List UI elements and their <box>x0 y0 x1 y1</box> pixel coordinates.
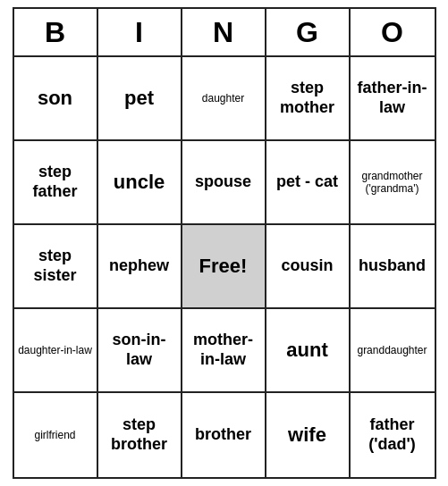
header-letter: N <box>182 9 266 55</box>
bingo-cell: father-in-law <box>351 57 435 141</box>
bingo-cell: uncle <box>98 141 182 225</box>
bingo-cell: husband <box>351 225 435 309</box>
bingo-cell: step brother <box>98 393 182 477</box>
bingo-cell: girlfriend <box>14 393 98 477</box>
bingo-cell: son-in-law <box>98 309 182 393</box>
header-letter: B <box>14 9 98 55</box>
bingo-cell: mother-in-law <box>182 309 266 393</box>
bingo-cell: Free! <box>182 225 266 309</box>
bingo-cell: father ('dad') <box>351 393 435 477</box>
bingo-cell: aunt <box>266 309 351 393</box>
bingo-cell: granddaughter <box>351 309 435 393</box>
bingo-cell: step mother <box>266 57 351 141</box>
bingo-header: BINGO <box>14 9 435 57</box>
bingo-cell: brother <box>182 393 266 477</box>
bingo-cell: pet - cat <box>266 141 351 225</box>
bingo-grid: sonpetdaughterstep motherfather-in-lawst… <box>14 57 435 477</box>
bingo-card: BINGO sonpetdaughterstep motherfather-in… <box>13 7 436 479</box>
bingo-cell: step sister <box>14 225 98 309</box>
header-letter: O <box>351 9 435 55</box>
bingo-cell: spouse <box>182 141 266 225</box>
header-letter: I <box>98 9 182 55</box>
bingo-cell: wife <box>266 393 351 477</box>
bingo-cell: cousin <box>266 225 351 309</box>
bingo-cell: son <box>14 57 98 141</box>
bingo-cell: grandmother ('grandma') <box>351 141 435 225</box>
bingo-cell: nephew <box>98 225 182 309</box>
bingo-cell: pet <box>98 57 182 141</box>
bingo-cell: daughter-in-law <box>14 309 98 393</box>
bingo-cell: step father <box>14 141 98 225</box>
bingo-cell: daughter <box>182 57 266 141</box>
header-letter: G <box>266 9 351 55</box>
